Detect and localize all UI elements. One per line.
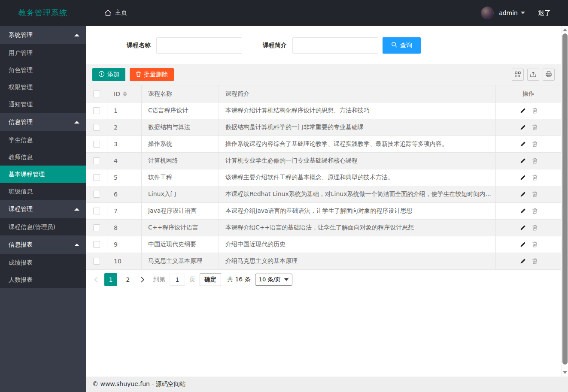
user-avatar[interactable] xyxy=(481,6,494,19)
query-button[interactable]: 查询 xyxy=(383,37,421,54)
course-intro-input[interactable] xyxy=(292,37,378,54)
export-button[interactable] xyxy=(527,69,539,81)
collapse-arrow-icon xyxy=(74,34,79,36)
delete-icon[interactable] xyxy=(532,158,538,164)
goto-label: 到第 xyxy=(153,276,165,283)
row-checkbox[interactable] xyxy=(93,157,100,164)
sidebar-item-user-management[interactable]: 用户管理 xyxy=(0,44,86,61)
query-button-label: 查询 xyxy=(400,42,412,49)
table-row: 2 数据结构与算法 数据结构是计算机科学的一门非常重要的专业基础课 xyxy=(86,119,561,136)
course-intro-label: 课程简介 xyxy=(263,42,287,49)
page-size-select[interactable]: 10 条/页 xyxy=(255,274,292,286)
sidebar-item-course-info-admin[interactable]: 课程信息(管理员) xyxy=(0,218,86,235)
cell-course-intro: 介绍中国近现代的历史 xyxy=(219,236,496,253)
batch-delete-button[interactable]: 批量删除 xyxy=(130,68,174,81)
cell-course-intro: 计算机专业学生必修的一门专业基础课和核心课程 xyxy=(219,153,496,169)
delete-icon[interactable] xyxy=(532,124,538,130)
edit-icon[interactable] xyxy=(520,208,526,214)
sidebar-item-permission-management[interactable]: 权限管理 xyxy=(0,78,86,96)
total-count: 共 16 条 xyxy=(227,276,251,283)
search-form: 课程名称 课程简介 查询 xyxy=(86,26,561,64)
sort-icon[interactable] xyxy=(123,91,127,96)
sidebar-item-notice-management[interactable]: 通知管理 xyxy=(0,96,86,113)
row-checkbox[interactable] xyxy=(93,258,100,265)
delete-icon[interactable] xyxy=(532,141,538,147)
cell-course-intro: 本课程介绍C++语言的基础语法，让学生了解面向对象的程序设计思想 xyxy=(219,220,496,236)
delete-icon[interactable] xyxy=(532,225,538,231)
sidebar-item-count-report[interactable]: 人数报表 xyxy=(0,271,86,288)
delete-icon[interactable] xyxy=(532,258,538,264)
next-page-icon[interactable] xyxy=(139,273,146,286)
edit-icon[interactable] xyxy=(520,225,526,231)
logout-link[interactable]: 退了 xyxy=(538,9,551,17)
delete-icon[interactable] xyxy=(532,191,538,197)
home-icon xyxy=(104,9,112,16)
table-toolbar: 添加 批量删除 xyxy=(86,64,561,85)
sidebar-item-role-management[interactable]: 角色管理 xyxy=(0,61,86,78)
confirm-button[interactable]: 确定 xyxy=(200,273,221,286)
sidebar-item-basic-course-management[interactable]: 基本课程管理 xyxy=(0,166,86,183)
table-row: 10 马克思主义基本原理 介绍马克思主义的基本原理 xyxy=(86,253,561,270)
sidebar-item-teacher-info[interactable]: 教师信息 xyxy=(0,148,86,166)
page-button-1[interactable]: 1 xyxy=(104,273,117,286)
row-checkbox[interactable] xyxy=(93,174,100,181)
prev-page-icon[interactable] xyxy=(92,273,100,286)
cell-course-intro: 该课程主要介绍软件工程的基本概念、原理和典型的技术方法。 xyxy=(219,169,496,186)
edit-icon[interactable] xyxy=(520,158,526,164)
print-icon xyxy=(545,71,552,79)
batch-delete-button-label: 批量删除 xyxy=(144,71,168,78)
sidebar-item-class-info[interactable]: 班级信息 xyxy=(0,183,86,200)
edit-icon[interactable] xyxy=(520,141,526,147)
edit-icon[interactable] xyxy=(520,108,526,114)
sidebar-group-course[interactable]: 课程管理 xyxy=(0,200,86,218)
row-checkbox[interactable] xyxy=(93,124,100,131)
row-checkbox[interactable] xyxy=(93,208,100,214)
sidebar-group-info[interactable]: 信息管理 xyxy=(0,113,86,131)
table-row: 1 C语言程序设计 本课程介绍计算机结构化程序设计的思想、方法和技巧 xyxy=(86,103,561,119)
add-button[interactable]: 添加 xyxy=(92,68,125,81)
sidebar-group-report[interactable]: 信息报表 xyxy=(0,235,86,254)
collapse-arrow-icon xyxy=(74,244,79,246)
sidebar-item-score-report[interactable]: 成绩报表 xyxy=(0,254,86,271)
edit-icon[interactable] xyxy=(520,241,526,247)
scroll-down-icon[interactable] xyxy=(563,371,567,374)
print-button[interactable] xyxy=(543,69,555,81)
delete-icon[interactable] xyxy=(532,108,538,114)
row-checkbox[interactable] xyxy=(93,107,100,114)
edit-icon[interactable] xyxy=(520,124,526,130)
row-checkbox[interactable] xyxy=(93,191,100,198)
row-checkbox[interactable] xyxy=(93,224,100,231)
page-button-2[interactable]: 2 xyxy=(121,273,134,286)
delete-icon[interactable] xyxy=(532,175,538,181)
nav-home[interactable]: 主页 xyxy=(104,9,127,17)
col-intro-label: 课程简介 xyxy=(219,85,496,102)
delete-icon[interactable] xyxy=(532,208,538,214)
delete-icon[interactable] xyxy=(532,241,538,247)
sidebar-group-system[interactable]: 系统管理 xyxy=(0,26,86,44)
cell-id: 8 xyxy=(107,220,142,236)
app-title: 教务管理系统 xyxy=(0,8,86,18)
select-all-checkbox[interactable] xyxy=(93,90,100,97)
cell-id: 10 xyxy=(107,253,142,269)
goto-page-input[interactable] xyxy=(170,274,185,286)
group-label: 系统管理 xyxy=(9,31,33,38)
edit-icon[interactable] xyxy=(520,191,526,197)
scroll-up-icon[interactable] xyxy=(563,28,567,31)
add-button-label: 添加 xyxy=(107,71,119,78)
row-checkbox[interactable] xyxy=(93,241,100,248)
row-checkbox[interactable] xyxy=(93,141,100,148)
columns-filter-button[interactable] xyxy=(512,69,524,81)
table-row: 8 C++程序设计语言 本课程介绍C++语言的基础语法，让学生了解面向对象的程序… xyxy=(86,220,561,236)
edit-icon[interactable] xyxy=(520,258,526,264)
export-icon xyxy=(530,71,537,79)
course-name-input[interactable] xyxy=(156,37,242,54)
cell-course-name: java程序设计语言 xyxy=(142,203,219,219)
copyright-text: © www.shuyue.fun - 源码空间站 xyxy=(92,380,186,388)
edit-icon[interactable] xyxy=(520,175,526,181)
cell-id: 1 xyxy=(107,103,142,119)
cell-course-name: 操作系统 xyxy=(142,136,219,152)
col-name-label: 课程名称 xyxy=(142,85,219,102)
sidebar-item-student-info[interactable]: 学生信息 xyxy=(0,131,86,148)
scrollbar-thumb[interactable] xyxy=(562,33,568,365)
user-menu[interactable]: admin xyxy=(499,9,525,16)
